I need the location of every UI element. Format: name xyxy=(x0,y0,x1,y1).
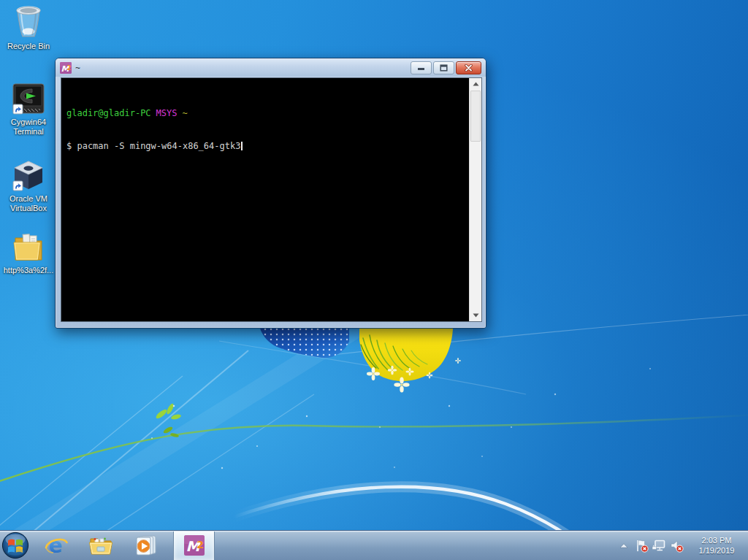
clock-date: 1/19/2019 xyxy=(690,545,744,556)
minimize-button[interactable] xyxy=(411,61,432,74)
desktop-icon-label: Oracle VM VirtualBox xyxy=(1,194,56,213)
taskbar-button-internet-explorer[interactable]: e xyxy=(38,532,75,560)
scroll-up-arrow[interactable] xyxy=(470,78,481,90)
desktop-icon-downloaded-site-folder[interactable]: http%3a%2f... xyxy=(1,231,56,275)
terminal-cursor xyxy=(241,142,243,150)
desktop-icon-label: Cygwin64 Terminal xyxy=(1,118,56,137)
terminal-console[interactable]: gladir@gladir-PCMSYS~ $ pacman -S mingw-… xyxy=(61,77,482,322)
shortcut-arrow-overlay xyxy=(13,181,23,191)
window-title: ~ xyxy=(75,63,80,73)
terminal-scrollbar[interactable] xyxy=(469,78,481,321)
wallpaper-yellow-pane xyxy=(359,329,461,393)
prompt-path: ~ xyxy=(183,108,188,118)
volume-button[interactable] xyxy=(668,532,685,560)
prompt-user-host: gladir@gladir-PC xyxy=(66,108,151,118)
desktop[interactable]: Recycle Bin Cygwin64 Terminal xyxy=(0,0,748,560)
chevron-up-icon xyxy=(473,82,479,86)
network-icon xyxy=(652,539,666,553)
minimize-icon xyxy=(417,64,425,71)
maximize-button[interactable] xyxy=(433,61,454,74)
start-button[interactable] xyxy=(1,532,30,560)
taskbar-clock[interactable]: 2:03 PM 1/19/2019 xyxy=(690,535,744,556)
scrollbar-thumb[interactable] xyxy=(470,91,481,142)
desktop-icon-cygwin64-terminal[interactable]: Cygwin64 Terminal xyxy=(1,83,56,137)
scroll-down-arrow[interactable] xyxy=(470,310,481,321)
system-tray: 2:03 PM 1/19/2019 xyxy=(615,531,748,560)
svg-text:2: 2 xyxy=(67,64,72,71)
wallpaper-blue-flag xyxy=(260,329,349,358)
volume-muted-icon xyxy=(670,539,684,553)
close-icon xyxy=(465,64,473,72)
prompt-environment: MSYS xyxy=(156,108,178,118)
action-center-button[interactable] xyxy=(633,532,650,560)
action-center-flag-icon xyxy=(635,539,649,553)
show-hidden-icons-button[interactable] xyxy=(615,532,633,560)
taskbar: e M 2 xyxy=(0,530,748,560)
terminal-command-line: $ pacman -S mingw-w64-x86_64-gtk3 xyxy=(66,141,470,152)
svg-text:2: 2 xyxy=(196,539,204,551)
terminal-output: gladir@gladir-PCMSYS~ $ pacman -S mingw-… xyxy=(61,78,470,321)
windows-start-orb xyxy=(1,532,29,559)
cygwin-terminal-icon xyxy=(12,83,45,116)
terminal-prompt-line: gladir@gladir-PCMSYS~ xyxy=(66,108,470,119)
window-titlebar[interactable]: M 2 ~ xyxy=(56,58,486,77)
clock-time: 2:03 PM xyxy=(690,535,744,545)
chevron-down-icon xyxy=(473,313,479,318)
msys2-icon: M 2 xyxy=(184,535,205,556)
maximize-icon xyxy=(440,64,448,72)
taskbar-button-msys2-terminal[interactable]: M 2 xyxy=(173,532,215,560)
desktop-icon-oracle-vm-virtualbox[interactable]: Oracle VM VirtualBox xyxy=(1,159,56,213)
chevron-up-icon xyxy=(619,543,628,548)
taskbar-button-media-player[interactable] xyxy=(127,532,164,560)
taskbar-button-windows-explorer[interactable] xyxy=(83,532,119,560)
internet-explorer-icon: e xyxy=(45,534,68,557)
window-controls xyxy=(411,61,481,74)
desktop-icon-label: http%3a%2f... xyxy=(4,266,54,275)
msys-terminal-window: M 2 ~ gladir@gl xyxy=(55,58,486,329)
msys2-icon: M 2 xyxy=(60,62,72,74)
virtualbox-cube-icon xyxy=(12,159,45,193)
svg-text:e: e xyxy=(49,534,63,557)
desktop-icon-label: Recycle Bin xyxy=(7,42,50,51)
command-text: $ pacman -S mingw-w64-x86_64-gtk3 xyxy=(66,141,240,151)
explorer-folder-icon xyxy=(88,534,113,556)
shortcut-arrow-overlay xyxy=(13,104,23,114)
close-button[interactable] xyxy=(456,61,481,74)
folder-icon xyxy=(11,231,46,264)
network-status-button[interactable] xyxy=(650,532,668,560)
recycle-bin-icon xyxy=(9,4,47,40)
media-player-icon xyxy=(134,534,157,557)
desktop-icon-recycle-bin[interactable]: Recycle Bin xyxy=(1,4,56,51)
